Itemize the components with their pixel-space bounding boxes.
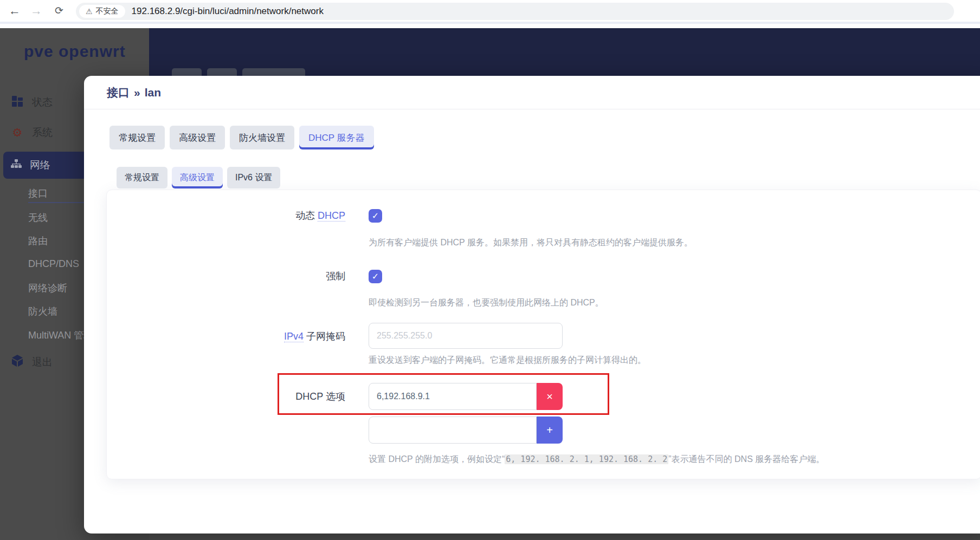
label-text: 子网掩码 — [306, 331, 345, 342]
gear-icon: ⚙ — [11, 126, 24, 139]
dialog-title: 接口 » lan — [84, 76, 980, 109]
dhcp-option-input[interactable] — [369, 383, 537, 410]
browser-chrome: ← → ⟳ ⚠ 不安全 192.168.2.9/cgi-bin/luci/adm… — [0, 0, 980, 22]
tab-advanced-settings[interactable]: 高级设置 — [170, 126, 225, 149]
breadcrumb-name: lan — [145, 86, 161, 99]
sidebar-subitem-firewall[interactable]: 防火墙 — [28, 305, 57, 318]
netmask-label: IPv4 子网掩码 — [107, 323, 345, 343]
sidebar-item-system[interactable]: ⚙ 系统 — [11, 126, 53, 140]
dhcp-options-label: DHCP 选项 — [107, 383, 345, 404]
row-dhcp-options-new: + — [107, 417, 980, 444]
sidebar-item-label: 状态 — [32, 95, 53, 109]
interface-dialog: 接口 » lan 常规设置 高级设置 防火墙设置 DHCP 服务器 常规设置 高… — [84, 76, 980, 534]
row-force: 强制 ✓ — [107, 270, 980, 283]
subtab-advanced[interactable]: 高级设置 — [172, 167, 223, 188]
sidebar-item-label: 网络 — [30, 158, 50, 172]
force-checkbox[interactable]: ✓ — [369, 270, 382, 283]
help-text: ”表示通告不同的 DNS 服务器给客户端。 — [668, 454, 824, 464]
netmask-input[interactable] — [369, 323, 563, 349]
breadcrumb-separator-icon: » — [134, 86, 140, 99]
ipv4-doc-link[interactable]: IPv4 — [284, 331, 304, 342]
netmask-help: 重设发送到客户端的子网掩码。它通常是根据所服务的子网计算得出的。 — [369, 355, 563, 365]
row-dhcp-options: DHCP 选项 × — [107, 383, 980, 410]
reload-icon[interactable]: ⟳ — [51, 3, 67, 19]
close-icon: × — [546, 391, 553, 403]
check-icon: ✓ — [372, 271, 379, 282]
help-text: 设置 DHCP 的附加选项，例如设定“ — [369, 454, 505, 464]
tab-general-settings[interactable]: 常规设置 — [109, 126, 165, 149]
dynamic-dhcp-checkbox[interactable]: ✓ — [369, 209, 382, 223]
sidebar-item-status[interactable]: 状态 — [11, 95, 53, 109]
security-label: 不安全 — [96, 6, 119, 16]
app-logo: pve openwrt — [24, 42, 126, 61]
plus-icon: + — [546, 424, 553, 437]
dhcp-options-help: 设置 DHCP 的附加选项，例如设定“6, 192. 168. 2. 1, 19… — [369, 454, 563, 464]
sidebar-subitem-diagnostics[interactable]: 网络诊断 — [28, 282, 67, 295]
remove-option-button[interactable]: × — [537, 383, 563, 410]
subtab-ipv6[interactable]: IPv6 设置 — [227, 167, 280, 188]
sidebar-item-label: 系统 — [32, 126, 53, 140]
page-top-strip — [0, 24, 980, 28]
sitemap-icon — [11, 159, 22, 172]
subtab-general[interactable]: 常规设置 — [117, 167, 167, 188]
row-dynamic-dhcp: 动态 DHCP ✓ — [107, 209, 980, 223]
tab-dhcp-server[interactable]: DHCP 服务器 — [299, 126, 374, 149]
force-help: 即使检测到另一台服务器，也要强制使用此网络上的 DHCP。 — [369, 298, 563, 308]
dashboard-icon — [11, 96, 24, 109]
dhcp-subtabs: 常规设置 高级设置 IPv6 设置 — [117, 167, 980, 188]
url-text: 192.168.2.9/cgi-bin/luci/admin/network/n… — [132, 6, 324, 17]
tab-firewall-settings[interactable]: 防火墙设置 — [230, 126, 294, 149]
sidebar-subitem-interfaces[interactable]: 接口 — [28, 187, 48, 200]
settings-card: 动态 DHCP ✓ 为所有客户端提供 DHCP 服务。如果禁用，将只对具有静态租… — [106, 190, 980, 479]
sidebar-subitem-wireless[interactable]: 无线 — [28, 211, 48, 224]
new-option-input[interactable] — [369, 417, 537, 444]
add-option-button[interactable]: + — [537, 417, 563, 444]
back-icon[interactable]: ← — [7, 3, 23, 19]
breadcrumb-section: 接口 — [107, 85, 130, 100]
force-label: 强制 — [107, 270, 345, 283]
dynamic-dhcp-label: 动态 DHCP — [107, 209, 345, 223]
warning-icon: ⚠ — [86, 7, 93, 16]
sidebar-item-label: 退出 — [32, 355, 53, 369]
label-text: 动态 — [295, 210, 315, 221]
sidebar-subitem-routes[interactable]: 路由 — [28, 235, 48, 248]
check-icon: ✓ — [372, 211, 379, 221]
dialog-tabs: 常规设置 高级设置 防火墙设置 DHCP 服务器 — [109, 126, 980, 149]
dynamic-dhcp-help: 为所有客户端提供 DHCP 服务。如果禁用，将只对具有静态租约的客户端提供服务。 — [369, 238, 563, 248]
security-badge[interactable]: ⚠ 不安全 — [79, 5, 125, 18]
row-netmask: IPv4 子网掩码 — [107, 323, 980, 349]
sidebar-item-logout[interactable]: 退出 — [11, 355, 53, 369]
forward-icon[interactable]: → — [28, 3, 44, 19]
sidebar-subitem-dhcp-dns[interactable]: DHCP/DNS — [28, 258, 79, 270]
dhcp-doc-link[interactable]: DHCP — [318, 210, 345, 222]
address-bar[interactable]: ⚠ 不安全 192.168.2.9/cgi-bin/luci/admin/net… — [76, 3, 954, 20]
help-code-sample: 6, 192. 168. 2. 1, 192. 168. 2. 2 — [505, 454, 668, 464]
cube-icon — [11, 355, 24, 369]
